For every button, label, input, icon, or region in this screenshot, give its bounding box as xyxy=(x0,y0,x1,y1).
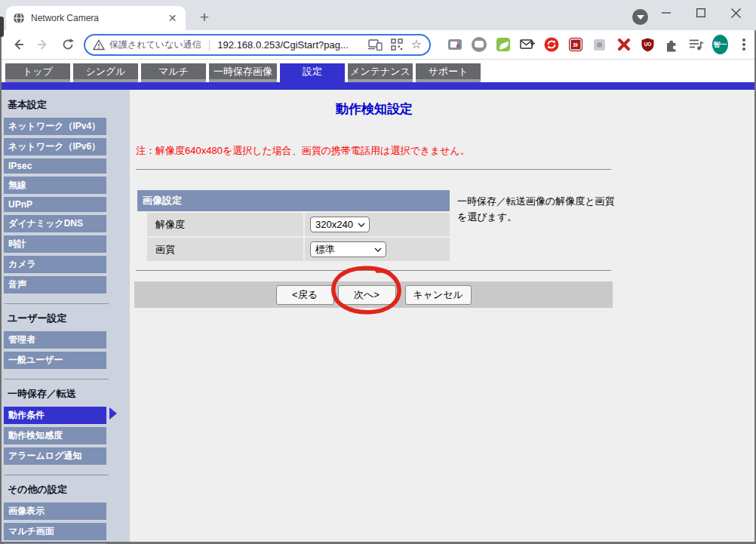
close-button[interactable] xyxy=(718,0,753,26)
sidebar-item-operation-conditions[interactable]: 動作条件 xyxy=(4,407,106,424)
sidebar-item-network-ipv4[interactable]: ネットワーク（IPv4） xyxy=(4,118,106,135)
globe-favicon-icon xyxy=(13,12,25,24)
sidebar-item-dynamic-dns[interactable]: ダイナミックDNS xyxy=(4,215,106,232)
red-x-icon[interactable] xyxy=(616,37,632,53)
quality-label: 画質 xyxy=(147,243,303,257)
next-button[interactable]: 次へ> xyxy=(338,285,396,305)
svg-text:UO: UO xyxy=(644,41,652,47)
fast-forward-icon[interactable]: » xyxy=(567,37,583,53)
site-nav-tabs: トップ シングル マルチ 一時保存画像 設定 メンテナンス サポート xyxy=(2,60,754,82)
photos-icon[interactable] xyxy=(447,37,463,53)
sidebar-item-general-user[interactable]: 一般ユーザー xyxy=(4,352,106,369)
main-panel: 動作検知設定 注：解像度640x480を選択した場合、画質の携帯電話用は選択でき… xyxy=(130,90,754,542)
security-label[interactable]: 保護されていない通信 xyxy=(109,38,201,51)
sidebar-section-user-settings: ユーザー設定 xyxy=(8,312,130,325)
tab-multi[interactable]: マルチ xyxy=(141,63,206,82)
sidebar-item-clock[interactable]: 時計 xyxy=(4,235,106,253)
minimize-button[interactable] xyxy=(649,0,684,26)
settings-description: 一時保存／転送画像の解像度と画質を選びます。 xyxy=(457,193,622,261)
background-window-edge xyxy=(0,17,4,37)
omnibox-divider: | xyxy=(208,38,211,51)
bookmark-star-icon[interactable]: ☆ xyxy=(411,38,422,51)
tab-top[interactable]: トップ xyxy=(5,63,70,82)
accent-bar xyxy=(2,82,754,90)
back-button[interactable]: <戻る xyxy=(276,285,334,305)
sidebar-item-motion-detection-sensitivity[interactable]: 動作検知感度 xyxy=(4,427,106,444)
sidebar-section-temp-save-transfer: 一時保存／転送 xyxy=(8,387,130,401)
ublock-shield-icon[interactable]: UO xyxy=(640,37,656,53)
sidebar-section-other-settings: その他の設定 xyxy=(8,483,130,496)
sidebar-section-basic-settings: 基本設定 xyxy=(8,98,130,112)
sidebar-item-label: 動作条件 xyxy=(8,410,45,420)
tab-maintenance[interactable]: メンテナンス xyxy=(348,63,413,82)
sidebar-item-camera[interactable]: カメラ xyxy=(4,256,106,273)
sidebar-item-wireless[interactable]: 無線 xyxy=(4,177,106,194)
resolution-label: 解像度 xyxy=(147,218,303,232)
sidebar-item-network-ipv6[interactable]: ネットワーク（IPv6） xyxy=(4,138,106,155)
sidebar-item-multi-screen[interactable]: マルチ画面 xyxy=(4,523,106,540)
avatar[interactable]: 智一 xyxy=(712,37,728,53)
divider xyxy=(136,169,611,170)
resolution-value: 320x240 xyxy=(315,219,353,230)
sidebar-divider xyxy=(5,379,109,380)
back-icon[interactable] xyxy=(8,34,29,55)
tab-close-icon[interactable]: ✕ xyxy=(166,12,179,25)
quality-value: 標準 xyxy=(315,243,335,257)
warning-icon xyxy=(93,39,105,51)
sidebar-item-alarm-log-notification[interactable]: アラームログ通知 xyxy=(4,447,106,465)
window-frame: 保護されていない通信 | 192.168.0.253/CgiStart?pag.… xyxy=(0,30,756,544)
browser-toolbar: 保護されていない通信 | 192.168.0.253/CgiStart?pag.… xyxy=(2,30,754,60)
sidebar-item-administrator[interactable]: 管理者 xyxy=(4,331,106,349)
browser-tab[interactable]: Network Camera ✕ xyxy=(6,6,186,30)
tab-temp-saved-images[interactable]: 一時保存画像 xyxy=(209,63,277,82)
tab-settings[interactable]: 設定 xyxy=(280,63,345,82)
sidebar-item-audio[interactable]: 音声 xyxy=(4,276,106,294)
maximize-button[interactable] xyxy=(684,0,718,26)
sidebar-item-ipsec[interactable]: IPsec xyxy=(4,158,106,174)
inactive-extension-icon[interactable] xyxy=(592,37,607,53)
sidebar-divider xyxy=(5,475,109,475)
tab-support[interactable]: サポート xyxy=(416,63,481,82)
playlist-icon[interactable] xyxy=(688,37,704,53)
tab-single[interactable]: シングル xyxy=(73,63,138,82)
send-to-devices-icon[interactable] xyxy=(368,39,383,51)
chevron-down-icon xyxy=(374,247,382,252)
qr-code-icon[interactable] xyxy=(391,38,403,51)
image-settings-header: 画像設定 xyxy=(137,190,450,211)
puzzle-icon[interactable] xyxy=(664,37,680,53)
button-bar: <戻る 次へ> キャンセル xyxy=(134,281,613,308)
quality-select[interactable]: 標準 xyxy=(310,241,386,257)
leaf-icon[interactable] xyxy=(495,37,511,53)
cancel-button[interactable]: キャンセル xyxy=(405,285,472,305)
table-row: 画質 標準 xyxy=(147,238,450,261)
browser-menu-icon[interactable] xyxy=(737,35,751,54)
tab-search-icon[interactable] xyxy=(632,9,648,25)
sidebar-item-upnp[interactable]: UPnP xyxy=(4,197,106,212)
resolution-select[interactable]: 320x240 xyxy=(310,217,370,232)
active-item-arrow-icon xyxy=(109,407,117,420)
url-text[interactable]: 192.168.0.253/CgiStart?pag... xyxy=(217,39,359,51)
sidebar-item-image-display[interactable]: 画像表示 xyxy=(4,503,106,520)
refresh-icon[interactable] xyxy=(57,34,78,55)
browser-window: Network Camera ✕ + 保護されていない通信 | 192.168.… xyxy=(0,0,756,544)
forward-icon[interactable] xyxy=(32,34,54,55)
line-icon[interactable] xyxy=(471,37,487,53)
address-bar[interactable]: 保護されていない通信 | 192.168.0.253/CgiStart?pag.… xyxy=(84,34,431,56)
sync-icon[interactable] xyxy=(543,37,559,53)
browser-tab-strip: Network Camera ✕ + xyxy=(0,0,756,30)
settings-sidebar: 基本設定 ネットワーク（IPv4） ネットワーク（IPv6） IPsec 無線 … xyxy=(2,90,130,542)
extensions-bar: » UO 智一 xyxy=(438,37,728,53)
sidebar-divider xyxy=(5,303,109,304)
new-tab-button[interactable]: + xyxy=(194,7,215,28)
table-row: 解像度 320x240 xyxy=(147,213,450,236)
image-settings-table: 画像設定 解像度 320x240 画質 xyxy=(137,190,450,261)
chevron-down-icon xyxy=(358,223,365,227)
divider xyxy=(136,270,611,271)
window-controls xyxy=(649,0,753,26)
page-title: 動作検知設定 xyxy=(136,100,613,118)
warning-note: 注：解像度640x480を選択した場合、画質の携帯電話用は選択できません。 xyxy=(136,144,754,158)
mail-plus-icon[interactable] xyxy=(519,37,535,53)
tab-title: Network Camera xyxy=(31,13,166,23)
